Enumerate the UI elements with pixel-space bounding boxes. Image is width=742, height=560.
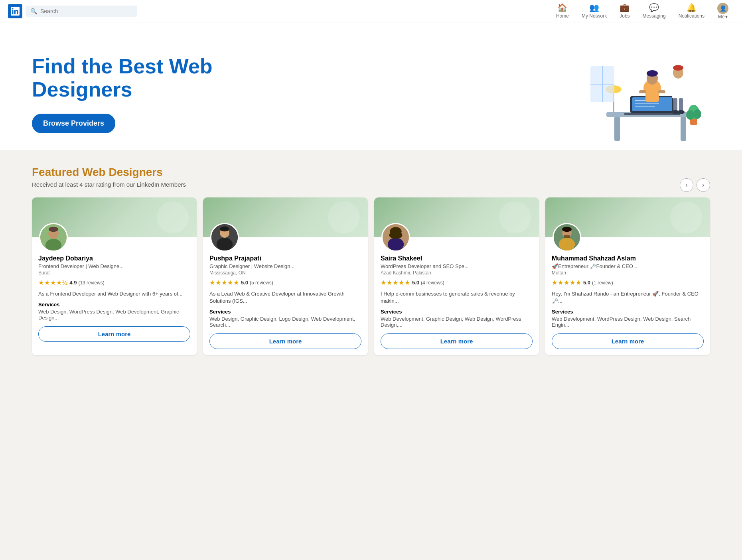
svg-rect-18 <box>672 81 684 99</box>
card-rating: ★★★★★ 5.0 (5 reviews) <box>209 279 361 286</box>
nav-jobs[interactable]: 💼 Jobs <box>614 0 635 22</box>
svg-point-36 <box>49 227 58 232</box>
rating-score: 5.0 <box>583 280 590 286</box>
notifications-label: Notifications <box>679 13 705 19</box>
card-job-title: WordPress Developer and SEO Spe... <box>381 263 533 269</box>
my-network-icon: 👥 <box>589 3 599 12</box>
featured-title: Featured Web Designers <box>32 166 710 179</box>
nav-home[interactable]: 🏠 Home <box>551 0 574 22</box>
services-label: Services <box>209 309 361 315</box>
card-location: Surat <box>38 270 190 276</box>
learn-more-button[interactable]: Learn more <box>209 333 361 349</box>
browse-providers-button[interactable]: Browse Providers <box>32 114 115 133</box>
card-description: Hey, I'm Shahzad Rando - an Entrepreneur… <box>552 290 704 305</box>
designer-card: Saira Shakeel WordPress Developer and SE… <box>374 197 539 355</box>
search-bar[interactable]: 🔍 <box>26 6 137 17</box>
card-body: Jaydeep Dobariya Frontend Developer | We… <box>32 237 197 348</box>
card-header-accent <box>499 201 531 233</box>
svg-point-49 <box>562 227 572 232</box>
linkedin-logo[interactable] <box>8 4 22 18</box>
card-name: Pushpa Prajapati <box>209 255 361 262</box>
carousel-nav: ‹ › <box>680 178 710 192</box>
jobs-label: Jobs <box>620 13 630 19</box>
card-job-title: 🚀Entrepreneur 🗝️Founder & CEO ... <box>552 263 704 269</box>
rating-score: 5.0 <box>241 280 248 286</box>
card-description: As a Frontend Developer and Web Designer… <box>38 290 190 298</box>
svg-rect-1 <box>614 117 620 141</box>
services-list: Web Design, Graphic Design, Logo Design,… <box>209 316 361 328</box>
star-rating: ★★★★★ <box>209 279 239 286</box>
designer-cards-row: Jaydeep Dobariya Frontend Developer | We… <box>32 197 710 355</box>
hero-title: Find the Best Web Designers <box>32 55 271 101</box>
card-location: Multan <box>552 270 704 276</box>
avatar: 👤 <box>717 3 728 14</box>
avatar <box>39 223 68 252</box>
home-label: Home <box>556 13 569 19</box>
svg-rect-12 <box>645 87 659 102</box>
svg-rect-20 <box>679 98 683 112</box>
carousel-prev-button[interactable]: ‹ <box>680 178 693 192</box>
card-header <box>203 197 368 237</box>
card-rating: ★★★★★ 5.0 (1 review) <box>552 279 704 286</box>
hero-text: Find the Best Web Designers Browse Provi… <box>32 55 582 133</box>
me-label: Me ▾ <box>718 14 728 20</box>
rating-count: (5 reviews) <box>250 280 273 286</box>
card-body: Muhammad Shahzad Aslam 🚀Entrepreneur 🗝️F… <box>545 237 710 355</box>
learn-more-button[interactable]: Learn more <box>38 326 190 342</box>
card-header <box>32 197 197 237</box>
card-header <box>374 197 539 237</box>
jobs-icon: 💼 <box>620 3 630 12</box>
carousel-container: ‹ › <box>32 197 710 355</box>
search-input[interactable] <box>40 8 132 14</box>
svg-rect-2 <box>681 117 686 141</box>
featured-subtitle: Received at least 4 star rating from our… <box>32 181 710 188</box>
services-list: Web Development, WordPress Design, Web D… <box>552 316 704 328</box>
card-location: Mississauga, ON <box>209 270 361 276</box>
hero-section: Find the Best Web Designers Browse Provi… <box>0 22 742 150</box>
svg-point-43 <box>388 238 404 250</box>
card-location: Azad Kashmir, Pakistan <box>381 270 533 276</box>
svg-rect-19 <box>673 98 677 112</box>
svg-point-40 <box>220 227 229 232</box>
nav-notifications[interactable]: 🔔 Notifications <box>673 0 710 22</box>
services-list: Web Design, WordPress Design, Web Develo… <box>38 309 190 321</box>
carousel-next-button[interactable]: › <box>697 178 710 192</box>
star-rating: ★★★★½ <box>38 279 68 286</box>
svg-rect-5 <box>624 113 680 115</box>
rating-score: 5.0 <box>412 280 419 286</box>
card-header <box>545 197 710 237</box>
svg-rect-13 <box>639 90 646 93</box>
card-header-accent <box>670 201 702 233</box>
designer-card: Muhammad Shahzad Aslam 🚀Entrepreneur 🗝️F… <box>545 197 710 355</box>
card-name: Jaydeep Dobariya <box>38 255 190 262</box>
rating-count: (1 review) <box>592 280 613 286</box>
nav-me[interactable]: 👤 Me ▾ <box>712 0 734 22</box>
card-name: Saira Shakeel <box>381 255 533 262</box>
svg-point-11 <box>647 70 658 77</box>
card-job-title: Frontend Developer | Web Designe... <box>38 263 190 269</box>
featured-section: Featured Web Designers Received at least… <box>0 150 742 371</box>
services-list: Web Development, Graphic Design, Web Des… <box>381 316 533 328</box>
nav-messaging[interactable]: 💬 Messaging <box>637 0 671 22</box>
designer-card: Jaydeep Dobariya Frontend Developer | We… <box>32 197 197 355</box>
star-rating: ★★★★★ <box>552 279 582 286</box>
svg-point-48 <box>559 238 575 250</box>
card-rating: ★★★★½ 4.9 (13 reviews) <box>38 279 190 286</box>
svg-point-17 <box>673 65 683 71</box>
card-header-accent <box>157 201 189 233</box>
learn-more-button[interactable]: Learn more <box>552 333 704 349</box>
svg-point-22 <box>677 110 685 114</box>
messaging-icon: 💬 <box>649 3 659 12</box>
card-header-accent <box>328 201 360 233</box>
star-rating: ★★★★★ <box>381 279 410 286</box>
services-label: Services <box>381 309 533 315</box>
notifications-icon: 🔔 <box>687 3 697 12</box>
card-description: I Help e-comm businesses to generate sal… <box>381 290 533 305</box>
learn-more-button[interactable]: Learn more <box>381 333 533 349</box>
card-job-title: Graphic Designer | Website Design... <box>209 263 361 269</box>
svg-point-45 <box>389 231 403 239</box>
svg-point-26 <box>693 109 701 119</box>
nav-my-network[interactable]: 👥 My Network <box>576 0 612 22</box>
card-description: As a Lead Web & Creative Developer at In… <box>209 290 361 305</box>
designer-card: Pushpa Prajapati Graphic Designer | Webs… <box>203 197 368 355</box>
